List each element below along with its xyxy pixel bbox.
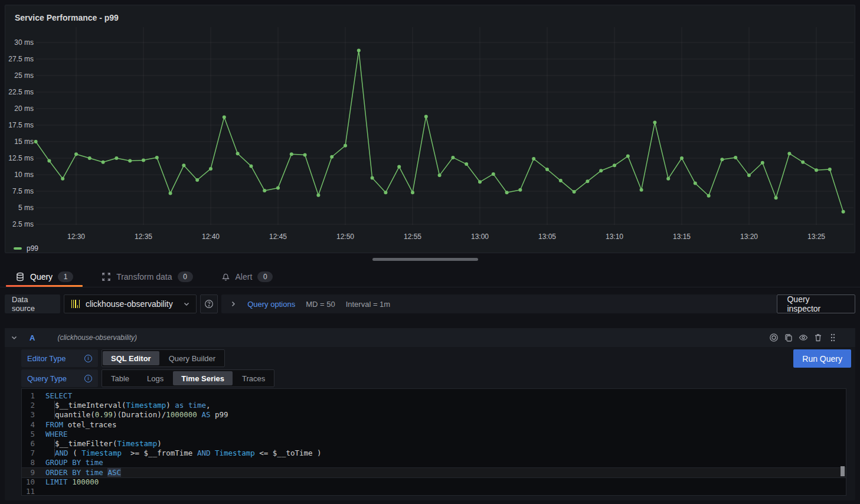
tab-query[interactable]: Query 1 xyxy=(6,266,83,287)
duplicate-query-icon[interactable] xyxy=(784,333,793,342)
radio-option-query-builder[interactable]: Query Builder xyxy=(161,351,224,365)
radio-option-table[interactable]: Table xyxy=(103,371,138,385)
svg-text:30 ms: 30 ms xyxy=(14,38,34,47)
query-options-bar: Query options MD = 50 Interval = 1m xyxy=(221,294,777,313)
query-inspector-button[interactable]: Query inspector xyxy=(777,294,855,313)
collapse-chevron-icon[interactable] xyxy=(11,334,18,341)
svg-text:12:30: 12:30 xyxy=(67,233,85,241)
code-line-9: 9ORDER BY time ASC xyxy=(22,468,846,477)
svg-text:12:35: 12:35 xyxy=(135,233,152,241)
svg-text:7.5 ms: 7.5 ms xyxy=(12,187,34,195)
query-row-actions xyxy=(769,333,838,342)
svg-text:13:20: 13:20 xyxy=(740,233,758,241)
query-type-label-box: Query Type i xyxy=(21,369,98,387)
code-line-11: 11 xyxy=(22,487,846,496)
query-datasource-subtitle: (clickhouse-observability) xyxy=(57,333,137,342)
svg-text:12.5 ms: 12.5 ms xyxy=(8,154,34,162)
tab-query-badge: 1 xyxy=(58,271,73,282)
drag-handle-icon[interactable] xyxy=(828,333,838,342)
code-line-10: 10LIMIT 100000 xyxy=(22,477,846,487)
toggle-visualization-icon[interactable] xyxy=(769,333,779,342)
svg-text:13:00: 13:00 xyxy=(471,233,489,241)
line-number: 9 xyxy=(22,468,42,477)
interval-value: Interval = 1m xyxy=(346,300,391,309)
bell-icon xyxy=(221,272,230,281)
svg-text:2.5 ms: 2.5 ms xyxy=(12,220,34,228)
line-number: 7 xyxy=(22,449,42,458)
tab-alert[interactable]: Alert 0 xyxy=(212,266,283,287)
database-icon xyxy=(15,272,25,282)
tab-alert-label: Alert xyxy=(236,272,253,282)
query-type-row: Query Type i TableLogsTime SeriesTraces xyxy=(21,369,274,387)
editor-type-row: Editor Type i SQL EditorQuery Builder xyxy=(21,349,225,367)
query-editor-card: A (clickhouse-observability) xyxy=(5,328,855,500)
chart-legend: p99 xyxy=(14,244,38,253)
code-line-8: 8GROUP BY time xyxy=(22,458,846,467)
svg-text:13:25: 13:25 xyxy=(807,233,825,241)
svg-text:15 ms: 15 ms xyxy=(14,138,34,146)
query-options-link[interactable]: Query options xyxy=(247,300,295,309)
code-line-4: 4FROM otel_traces xyxy=(22,420,846,430)
code-line-5: 5WHERE xyxy=(22,430,846,439)
radio-option-time-series[interactable]: Time Series xyxy=(173,371,233,385)
query-type-label: Query Type xyxy=(27,374,67,383)
datasource-picker[interactable]: clickhouse-observability xyxy=(64,294,197,313)
tab-alert-badge: 0 xyxy=(257,271,273,282)
editor-overview-ruler-marker xyxy=(841,466,845,476)
hide-query-icon[interactable] xyxy=(799,333,808,342)
line-number: 1 xyxy=(22,391,42,401)
line-number: 6 xyxy=(22,439,42,449)
radio-option-sql-editor[interactable]: SQL Editor xyxy=(103,351,159,365)
editor-type-label: Editor Type xyxy=(27,354,66,363)
query-ref-id[interactable]: A xyxy=(30,333,35,342)
code-line-2: 2 $__timeInterval(Timestamp) as time, xyxy=(22,401,846,410)
editor-tabbar: Query 1 Transform data 0 Alert 0 xyxy=(0,266,860,287)
radio-option-traces[interactable]: Traces xyxy=(234,371,273,385)
delete-query-icon[interactable] xyxy=(813,333,823,342)
svg-text:25 ms: 25 ms xyxy=(14,71,34,80)
run-query-button[interactable]: Run Query xyxy=(793,349,851,368)
clickhouse-logo-icon xyxy=(70,299,81,309)
query-type-radio-group: TableLogsTime SeriesTraces xyxy=(102,369,274,387)
chevron-right-icon[interactable] xyxy=(230,300,237,307)
sql-code-editor[interactable]: 1SELECT2 $__timeInterval(Timestamp) as t… xyxy=(21,388,846,496)
svg-text:10 ms: 10 ms xyxy=(14,171,34,179)
svg-text:12:50: 12:50 xyxy=(336,233,354,241)
tab-transform-data[interactable]: Transform data 0 xyxy=(92,266,202,287)
radio-option-logs[interactable]: Logs xyxy=(139,371,172,385)
svg-text:12:40: 12:40 xyxy=(202,233,220,241)
svg-text:12:45: 12:45 xyxy=(269,233,287,241)
datasource-help-button[interactable] xyxy=(200,294,218,313)
svg-text:22.5 ms: 22.5 ms xyxy=(8,88,34,96)
line-number: 3 xyxy=(22,410,42,420)
editor-type-radio-group: SQL EditorQuery Builder xyxy=(102,349,225,367)
svg-text:27.5 ms: 27.5 ms xyxy=(8,55,34,63)
line-number: 10 xyxy=(22,477,42,487)
timeseries-chart[interactable]: 2.5 ms5 ms7.5 ms10 ms12.5 ms15 ms17.5 ms… xyxy=(5,5,855,253)
legend-item-p99[interactable]: p99 xyxy=(27,244,38,253)
query-row-header: A (clickhouse-observability) xyxy=(5,328,855,347)
code-line-3: 3 quantile(0.99)(Duration)/1000000 AS p9… xyxy=(22,410,846,420)
svg-text:13:05: 13:05 xyxy=(538,233,556,241)
svg-text:13:10: 13:10 xyxy=(606,233,623,241)
code-line-7: 7 AND ( Timestamp >= $__fromTime AND Tim… xyxy=(22,449,846,458)
tab-transform-label: Transform data xyxy=(116,272,172,282)
line-number: 2 xyxy=(22,401,42,410)
svg-text:17.5 ms: 17.5 ms xyxy=(8,121,34,129)
line-number: 5 xyxy=(22,430,42,439)
grafana-panel-edit-page: 2.5 ms5 ms7.5 ms10 ms12.5 ms15 ms17.5 ms… xyxy=(0,0,860,504)
info-icon[interactable]: i xyxy=(84,375,92,382)
line-number: 4 xyxy=(22,420,42,430)
legend-swatch xyxy=(14,247,22,250)
datasource-picker-value: clickhouse-observability xyxy=(86,299,178,309)
line-number: 8 xyxy=(22,458,42,467)
tab-transform-badge: 0 xyxy=(178,271,193,282)
info-icon[interactable]: i xyxy=(84,355,92,362)
svg-text:13:15: 13:15 xyxy=(673,233,691,241)
code-line-6: 6 $__timeFilter(Timestamp) xyxy=(22,439,846,449)
transform-icon xyxy=(102,272,111,282)
code-line-1: 1SELECT xyxy=(22,391,846,401)
panel-title[interactable]: Service Performance - p99 xyxy=(15,13,119,22)
chevron-down-icon xyxy=(183,300,190,307)
horizontal-scrollbar-thumb[interactable] xyxy=(372,258,478,261)
